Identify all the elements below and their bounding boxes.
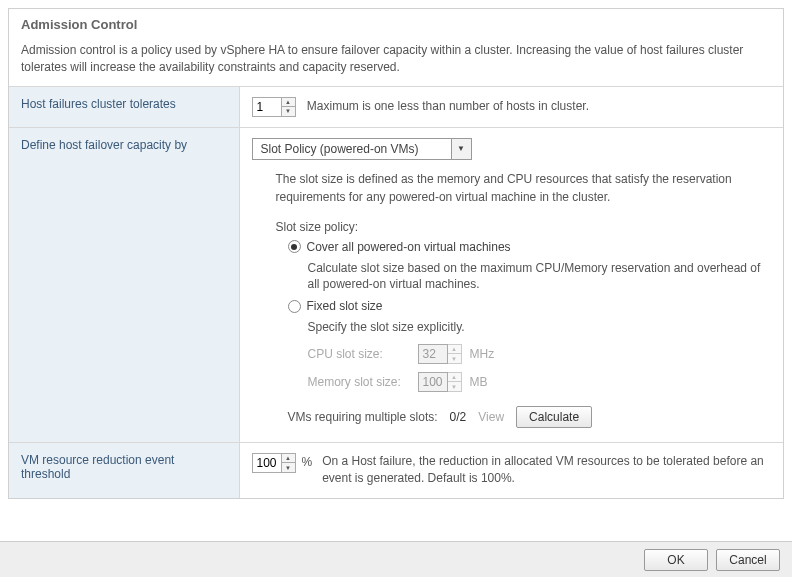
cpu-slot-label: CPU slot size: [308,347,418,361]
cpu-slot-spinner: ▲ ▼ [418,344,462,364]
spinner-up-icon[interactable]: ▲ [282,97,296,107]
spinner-down-icon[interactable]: ▼ [282,106,296,117]
mem-slot-label: Memory slot size: [308,375,418,389]
radio-fixed[interactable]: Fixed slot size [288,299,772,313]
mem-slot-spinner: ▲ ▼ [418,372,462,392]
cpu-slot-unit: MHz [470,347,495,361]
spinner-down-icon: ▼ [448,353,462,364]
cpu-slot-row: CPU slot size: ▲ ▼ MHz [308,344,772,364]
radio-cover-all-label: Cover all powered-on virtual machines [307,240,511,254]
spinner-up-icon[interactable]: ▲ [282,453,296,463]
description-text: Admission control is a policy used by vS… [9,38,783,86]
fixed-desc: Specify the slot size explicitly. [308,319,772,336]
panel: Admission Control Admission control is a… [8,8,784,499]
dialog-footer: OK Cancel [0,541,792,577]
chevron-down-icon[interactable]: ▼ [452,138,472,160]
mem-slot-unit: MB [470,375,488,389]
failover-capacity-row: Define host failover capacity by Slot Po… [9,127,783,442]
reduction-input[interactable] [252,453,282,473]
radio-icon [288,300,301,313]
cover-all-desc: Calculate slot size based on the maximum… [308,260,772,294]
host-failures-label: Host failures cluster tolerates [9,86,239,127]
failover-dropdown-value[interactable]: Slot Policy (powered-on VMs) [252,138,452,160]
ok-button[interactable]: OK [644,549,708,571]
vm-slots-value: 0/2 [450,410,467,424]
host-failures-hint: Maximum is one less than number of hosts… [307,99,589,113]
failover-dropdown[interactable]: Slot Policy (powered-on VMs) ▼ [252,138,472,160]
cancel-button[interactable]: Cancel [716,549,780,571]
view-link: View [478,410,504,424]
slot-policy-label: Slot size policy: [276,220,772,234]
radio-cover-all[interactable]: Cover all powered-on virtual machines [288,240,772,254]
reduction-desc: On a Host failure, the reduction in allo… [322,453,771,488]
radio-icon [288,240,301,253]
vm-slots-label: VMs requiring multiple slots: [288,410,438,424]
spinner-up-icon: ▲ [448,344,462,354]
mem-slot-row: Memory slot size: ▲ ▼ MB [308,372,772,392]
mem-slot-input [418,372,448,392]
spinner-down-icon[interactable]: ▼ [282,462,296,473]
reduction-row: VM resource reduction event threshold ▲ … [9,442,783,497]
section-title: Admission Control [9,9,783,38]
reduction-unit: % [302,455,313,469]
slot-desc: The slot size is defined as the memory a… [276,170,772,206]
vm-slots-row: VMs requiring multiple slots: 0/2 View C… [288,406,772,428]
host-failures-row: Host failures cluster tolerates ▲ ▼ Maxi… [9,86,783,127]
spinner-up-icon: ▲ [448,372,462,382]
reduction-label: VM resource reduction event threshold [9,442,239,497]
slot-inputs: CPU slot size: ▲ ▼ MHz Memory slot size: [308,344,772,392]
settings-table: Host failures cluster tolerates ▲ ▼ Maxi… [9,86,783,498]
cpu-slot-input [418,344,448,364]
host-failures-spinner[interactable]: ▲ ▼ [252,97,296,117]
host-failures-input[interactable] [252,97,282,117]
radio-fixed-label: Fixed slot size [307,299,383,313]
spinner-down-icon: ▼ [448,381,462,392]
failover-capacity-label: Define host failover capacity by [9,127,239,442]
calculate-button[interactable]: Calculate [516,406,592,428]
reduction-spinner[interactable]: ▲ ▼ [252,453,296,473]
